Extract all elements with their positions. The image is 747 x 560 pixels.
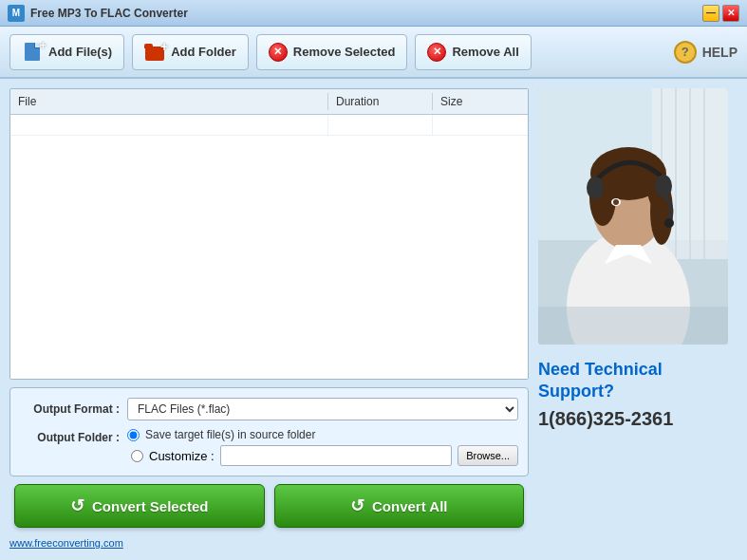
save-source-radio[interactable] [127, 429, 140, 441]
support-image [538, 88, 728, 345]
help-circle-icon: ? [674, 41, 697, 64]
left-panel: File Duration Size Output Format : FLAC … [0, 79, 538, 560]
output-folder-row: Output Folder : Save target file(s) in s… [20, 428, 518, 466]
support-title: Need Technical Support? [538, 359, 738, 403]
output-format-row: Output Format : FLAC Files (*.flac) MP3 … [20, 398, 518, 420]
svg-point-15 [613, 199, 619, 205]
col-duration-header: Duration [328, 93, 433, 110]
remove-all-label: Remove All [452, 45, 518, 59]
save-source-row: Save target file(s) in source folder [127, 428, 518, 441]
toolbar: + Add File(s) + Add Folder ✕ Remove Sele… [0, 27, 747, 79]
col-size-header: Size [433, 93, 528, 110]
settings-panel: Output Format : FLAC Files (*.flac) MP3 … [9, 387, 529, 476]
support-person-svg [538, 88, 728, 345]
remove-selected-label: Remove Selected [293, 45, 396, 59]
right-panel: Need Technical Support? 1(866)325-2361 [538, 79, 747, 560]
add-file-icon-wrap: + [22, 42, 43, 63]
main-content: File Duration Size Output Format : FLAC … [0, 79, 747, 560]
customize-label: Customize : [149, 449, 215, 463]
file-list-body[interactable] [10, 115, 528, 379]
browse-button[interactable]: Browse... [458, 445, 518, 466]
title-bar-left: M Free MP3 To FLAC Converter [8, 5, 188, 22]
title-bar-controls: — ✕ [702, 5, 739, 22]
help-label: HELP [702, 45, 738, 60]
help-button[interactable]: ? HELP [674, 41, 738, 64]
remove-selected-icon: ✕ [269, 43, 288, 62]
file-list-header: File Duration Size [10, 89, 528, 115]
title-bar: M Free MP3 To FLAC Converter — ✕ [0, 0, 747, 27]
svg-point-17 [655, 175, 672, 197]
add-folder-button[interactable]: + Add Folder [132, 34, 249, 70]
output-format-select[interactable]: FLAC Files (*.flac) MP3 Files (*.mp3) WA… [127, 398, 518, 420]
customize-radio[interactable] [131, 450, 143, 462]
file-list-container: File Duration Size [9, 88, 529, 380]
convert-selected-label: Convert Selected [92, 498, 209, 514]
remove-all-icon: ✕ [427, 43, 446, 62]
folder-plus-icon: + [160, 39, 168, 54]
support-info: Need Technical Support? 1(866)325-2361 [538, 354, 738, 435]
file-plus-icon: + [39, 38, 47, 52]
customize-input[interactable] [220, 445, 453, 466]
convert-all-icon: ↺ [350, 495, 364, 516]
support-phone: 1(866)325-2361 [538, 408, 738, 430]
convert-selected-icon: ↺ [70, 495, 84, 516]
table-row [10, 115, 528, 136]
add-folder-icon-wrap: + [144, 42, 165, 63]
output-format-label: Output Format : [20, 402, 120, 416]
remove-selected-button[interactable]: ✕ Remove Selected [256, 34, 408, 70]
add-folder-label: Add Folder [171, 45, 236, 59]
close-button[interactable]: ✕ [722, 5, 739, 22]
remove-all-button[interactable]: ✕ Remove All [415, 34, 531, 70]
add-files-button[interactable]: + Add File(s) [9, 34, 124, 70]
svg-point-16 [587, 177, 604, 199]
convert-selected-button[interactable]: ↺ Convert Selected [14, 484, 265, 528]
convert-all-label: Convert All [372, 498, 447, 514]
minimize-button[interactable]: — [702, 5, 719, 22]
svg-rect-19 [538, 307, 728, 345]
add-files-label: Add File(s) [48, 45, 112, 59]
window-title: Free MP3 To FLAC Converter [30, 7, 188, 20]
convert-all-button[interactable]: ↺ Convert All [274, 484, 525, 528]
customize-row: Customize : Browse... [131, 445, 518, 466]
app-icon: M [8, 5, 25, 22]
save-source-label: Save target file(s) in source folder [145, 428, 315, 441]
output-folder-label: Output Folder : [20, 431, 120, 444]
svg-point-18 [664, 218, 674, 228]
website-link[interactable]: www.freeconverting.com [9, 535, 529, 551]
folder-options: Save target file(s) in source folder Cus… [127, 428, 518, 466]
convert-buttons-row: ↺ Convert Selected ↺ Convert All [9, 484, 529, 528]
file-doc-icon [25, 43, 40, 61]
col-file-header: File [10, 93, 328, 110]
